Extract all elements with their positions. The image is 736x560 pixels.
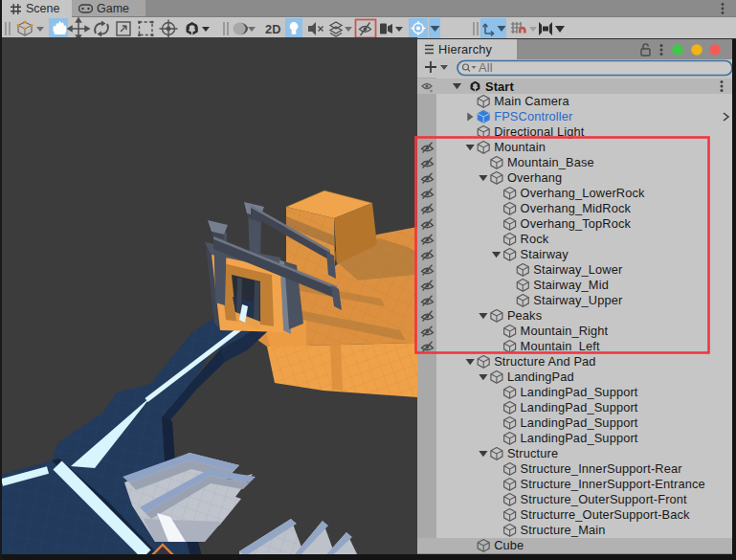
svg-text:Structure_Main: Structure_Main	[521, 523, 606, 537]
svg-text:FPSController: FPSController	[494, 109, 573, 123]
svg-text:Mountain: Mountain	[494, 140, 546, 154]
svg-text:Mountain_Base: Mountain_Base	[507, 155, 594, 169]
svg-text:LandingPad_Support: LandingPad_Support	[521, 385, 638, 399]
svg-text:Structure: Structure	[507, 446, 558, 460]
svg-text:Rock: Rock	[521, 232, 549, 246]
svg-text:Structure_InnerSupport-Rear: Structure_InnerSupport-Rear	[521, 461, 683, 476]
svg-text:Overhang: Overhang	[507, 170, 562, 185]
svg-text:Structurre_OuterSupport-Back: Structurre_OuterSupport-Back	[521, 507, 690, 522]
svg-text:Mountain_Left: Mountain_Left	[521, 339, 600, 353]
svg-text:Stairway_Lower: Stairway_Lower	[533, 262, 623, 277]
svg-text:Mountain_Right: Mountain_Right	[521, 324, 609, 338]
svg-text:Stairway: Stairway	[521, 247, 569, 261]
svg-text:Overhang_MidRock: Overhang_MidRock	[521, 201, 632, 215]
svg-text:LandingPad_Support: LandingPad_Support	[521, 431, 638, 445]
svg-text:Structure_InnerSupport-Entranc: Structure_InnerSupport-Entrance	[521, 477, 705, 491]
svg-text:Start: Start	[485, 79, 514, 94]
svg-text:Peaks: Peaks	[507, 308, 542, 323]
svg-text:All: All	[479, 60, 493, 75]
svg-text:Hierarchy: Hierarchy	[438, 42, 493, 56]
svg-text:Stairway_Mid: Stairway_Mid	[533, 278, 609, 292]
svg-text:Cube: Cube	[494, 538, 524, 552]
svg-text:Stairway_Upper: Stairway_Upper	[533, 293, 623, 307]
svg-text:LandingPad_Support: LandingPad_Support	[521, 415, 638, 430]
svg-text:Overhang_TopRock: Overhang_TopRock	[521, 216, 632, 231]
svg-text:LandingPad_Support: LandingPad_Support	[521, 400, 638, 414]
svg-text:Structure_OuterSupport-Front: Structure_OuterSupport-Front	[521, 492, 687, 506]
svg-text:Structure And Pad: Structure And Pad	[494, 354, 595, 369]
svg-text:Overhang_LowerRock: Overhang_LowerRock	[521, 186, 645, 200]
svg-text:Main Camera: Main Camera	[494, 94, 569, 108]
svg-text:LandingPad: LandingPad	[507, 370, 574, 384]
